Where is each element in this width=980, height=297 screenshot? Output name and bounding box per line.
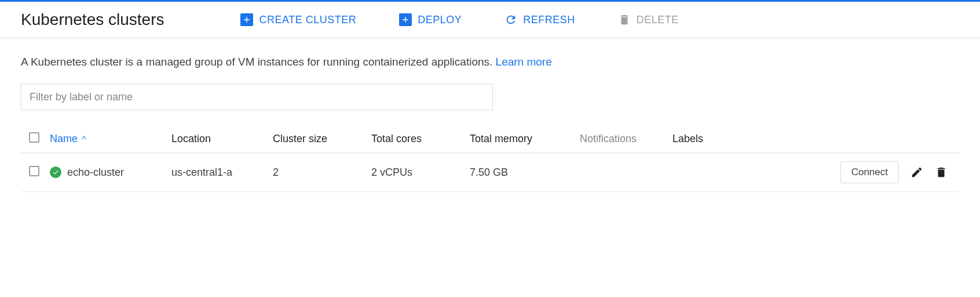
- column-total-memory[interactable]: Total memory: [470, 125, 580, 153]
- refresh-label: REFRESH: [523, 14, 575, 26]
- select-all-header: [21, 125, 50, 153]
- create-cluster-button[interactable]: CREATE CLUSTER: [233, 9, 363, 31]
- deploy-label: DEPLOY: [418, 14, 462, 26]
- cluster-labels: [672, 153, 736, 192]
- column-name[interactable]: Name ^: [50, 125, 171, 153]
- column-notifications[interactable]: Notifications: [580, 125, 672, 153]
- toolbar: Kubernetes clusters CREATE CLUSTER DEPLO…: [0, 2, 980, 38]
- sort-asc-icon: ^: [80, 135, 86, 144]
- plus-icon: [240, 13, 253, 26]
- column-total-cores[interactable]: Total cores: [371, 125, 470, 153]
- column-location[interactable]: Location: [171, 125, 273, 153]
- create-cluster-label: CREATE CLUSTER: [259, 14, 356, 26]
- select-all-checkbox[interactable]: [29, 132, 39, 143]
- status-ok-icon: [50, 166, 61, 178]
- table-header-row: Name ^ Location Cluster size Total cores…: [21, 125, 959, 153]
- clusters-table: Name ^ Location Cluster size Total cores…: [21, 125, 959, 192]
- cluster-size: 2: [273, 153, 371, 192]
- column-actions: [736, 125, 959, 153]
- deploy-button[interactable]: DEPLOY: [392, 9, 469, 31]
- edit-icon[interactable]: [910, 166, 923, 179]
- column-labels[interactable]: Labels: [672, 125, 736, 153]
- refresh-icon: [504, 13, 517, 26]
- cluster-notifications: [580, 153, 672, 192]
- row-checkbox[interactable]: [29, 166, 39, 176]
- page-title: Kubernetes clusters: [21, 10, 164, 29]
- learn-more-link[interactable]: Learn more: [496, 56, 552, 68]
- main-content: A Kubernetes cluster is a managed group …: [0, 38, 980, 209]
- table-row: echo-cluster us-central1-a 2 2 vCPUs 7.5…: [21, 153, 959, 192]
- trash-icon: [618, 13, 631, 26]
- connect-button[interactable]: Connect: [840, 161, 899, 183]
- cluster-location: us-central1-a: [171, 153, 273, 192]
- cluster-memory: 7.50 GB: [470, 153, 580, 192]
- filter-input[interactable]: [21, 84, 493, 110]
- delete-button: DELETE: [611, 9, 686, 31]
- cluster-name[interactable]: echo-cluster: [67, 166, 124, 179]
- refresh-button[interactable]: REFRESH: [498, 9, 582, 31]
- page-description: A Kubernetes cluster is a managed group …: [21, 56, 959, 68]
- column-cluster-size[interactable]: Cluster size: [273, 125, 371, 153]
- description-text: A Kubernetes cluster is a managed group …: [21, 56, 496, 68]
- cluster-cores: 2 vCPUs: [371, 153, 470, 192]
- delete-label: DELETE: [637, 14, 679, 26]
- plus-icon: [399, 13, 412, 26]
- trash-icon[interactable]: [935, 166, 948, 179]
